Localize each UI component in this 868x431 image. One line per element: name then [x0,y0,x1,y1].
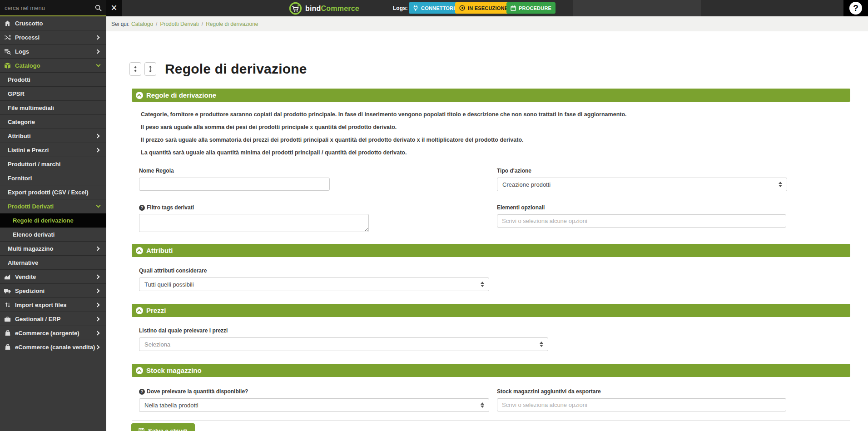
chevron-right-icon [95,288,100,293]
breadcrumb: Sei qui: Catalogo / Prodotti Derivati / … [106,16,868,31]
page-head: Regole di derivazione [129,61,307,77]
listino-select[interactable]: Seleziona [139,337,548,351]
main-content: Regole di derivazione Regole di derivazi… [106,31,868,431]
topbar: × bindCommerce Logs: CONNETTORI IN ESECU… [106,0,868,16]
menu-search-input[interactable] [5,5,95,11]
description-line: Il prezzo sarà uguale alla sommatoria de… [141,137,822,144]
sidebar-item-vendite[interactable]: Vendite [0,270,106,284]
sidebar-item-ecommerce-canale-vendita[interactable]: eCommerce (canale vendita) [0,340,106,354]
sidebar-item-logs[interactable]: Logs [0,45,106,59]
question-circle-icon[interactable]: ? [139,205,145,211]
breadcrumb-prefix: Sei qui: [111,21,129,27]
sidebar-item-spedizioni[interactable]: Spedizioni [0,284,106,298]
collapse-section-icon [136,307,143,314]
chevron-right-icon [95,148,100,152]
filtro-tags-textarea[interactable] [139,214,369,232]
erp-briefcase-icon [4,315,11,323]
chevron-right-icon [95,246,100,251]
sidebar-item-multi-magazzino[interactable]: Multi magazzino [0,242,106,256]
procedure-button[interactable]: PROCEDURE [506,2,556,14]
sidebar-item-prodotti[interactable]: Prodotti [0,73,106,87]
shipping-truck-icon [4,287,11,295]
stock-aggiuntivi-input[interactable] [497,398,786,411]
sidebar-item-fornitori[interactable]: Fornitori [0,171,106,185]
breadcrumb-current[interactable]: Regole di derivazione [206,21,258,27]
chevron-right-icon [95,317,100,321]
sidebar-item-export-prodotti[interactable]: Export prodotti (CSV / Excel) [0,185,106,199]
tipo-azione-label: Tipo d'azione [497,168,531,174]
chevron-right-icon [95,274,100,279]
dove-prelevare-select[interactable]: Nella tabella prodotti [139,398,489,412]
sidebar-item-import-export-files[interactable]: Import export files [0,298,106,312]
save-icon [139,428,144,431]
section-header-prezzi[interactable]: Prezzi [132,304,850,317]
cart-logo-icon [289,2,302,15]
logo-text: bindCommerce [305,5,359,13]
question-circle-icon: ? [849,2,862,15]
collapse-section-icon [136,247,143,254]
chevron-down-icon [96,63,101,67]
sidebar-item-regole-di-derivazione[interactable]: Regole di derivazione [0,213,106,228]
sidebar-item-elenco-derivati[interactable]: Elenco derivati [0,228,106,242]
logs-label: Logs: [393,5,408,11]
process-icon [4,34,11,41]
chevron-right-icon [95,302,100,307]
description-line: Il peso sarà uguale alla somma dei pesi … [141,124,822,131]
chevron-right-icon [95,49,100,54]
sidebar-item-alternative[interactable]: Alternative [0,256,106,270]
ecommerce-bag-icon [4,329,11,337]
caret-updown-icon [480,402,484,408]
sidebar-item-listini-e-prezzi[interactable]: Listini e Prezzi [0,143,106,157]
in-esecuzione-button[interactable]: IN ESECUZIONE [455,2,512,14]
chevron-right-icon [95,134,100,138]
elementi-opzionali-input[interactable] [497,214,786,228]
tipo-azione-select[interactable]: Creazione prodotti [497,178,787,191]
question-circle-icon[interactable]: ? [139,389,145,395]
sidebar-item-categorie[interactable]: Categorie [0,115,106,129]
chevron-down-icon [96,203,101,208]
sidebar-item-gpsr[interactable]: GPSR [0,87,106,101]
bindcommerce-logo[interactable]: bindCommerce [289,2,359,15]
breadcrumb-link-prodotti-derivati[interactable]: Prodotti Derivati [160,21,198,27]
section-header-stock[interactable]: Stock magazzino [132,364,850,377]
description-line: La quantità sarà uguale alla quantità mi… [141,149,822,156]
section-header-attributi[interactable]: Attributi [132,244,850,257]
help-button[interactable]: ? [843,0,868,16]
sidebar-item-attributi[interactable]: Attributi [0,129,106,143]
plug-icon [413,5,418,11]
sidebar-item-gestionali-erp[interactable]: Gestionali / ERP [0,312,106,326]
sidebar-item-produttori-marchi[interactable]: Produttori / marchi [0,157,106,171]
sales-chart-icon [4,273,11,281]
nome-regola-input[interactable] [139,178,330,191]
arrow-circle-icon [459,5,465,11]
sidebar-item-cruscotto[interactable]: Cruscotto [0,16,106,30]
catalog-box-icon [4,62,11,69]
ecommerce-bag-icon [4,343,11,351]
chevron-right-icon [95,345,100,349]
caret-updown-icon [480,282,484,287]
nome-regola-label: Nome Regola [139,168,174,174]
close-menu-button[interactable]: × [106,0,122,16]
chevron-right-icon [95,331,100,335]
description-line: Categorie, fornitore e produttore sarann… [141,111,822,118]
section-regole-description: Categorie, fornitore e produttore sarann… [141,111,822,162]
topbar-panel [573,0,701,17]
sidebar-item-catalogo[interactable]: Catalogo [0,59,106,73]
sidebar-item-prodotti-derivati[interactable]: Prodotti Derivati [0,199,106,213]
sidebar-item-ecommerce-sorgente[interactable]: eCommerce (sorgente) [0,326,106,340]
breadcrumb-link-catalogo[interactable]: Catalogo [131,21,153,27]
section-header-regole[interactable]: Regole di derivazione [132,89,850,102]
save-and-close-button[interactable]: Salva e chiudi [131,423,195,431]
sidebar-item-file-multimediali[interactable]: File multimediali [0,101,106,115]
menu-search[interactable] [0,0,106,16]
collapse-all-button[interactable] [129,62,141,76]
import-export-icon [4,301,11,309]
quali-attributi-label: Quali attributi considerare [139,268,207,274]
sidebar-menu: Cruscotto Processi Logs Catalogo Prodott… [0,16,106,354]
connettori-button[interactable]: CONNETTORI [409,2,459,14]
search-icon[interactable] [95,5,102,11]
sidebar-item-processi[interactable]: Processi [0,30,106,45]
quali-attributi-select[interactable]: Tutti quelli possibili [139,277,489,291]
stock-aggiuntivi-label: Stock magazzini aggiuntivi da esportare [497,388,601,395]
expand-all-button[interactable] [144,62,156,76]
